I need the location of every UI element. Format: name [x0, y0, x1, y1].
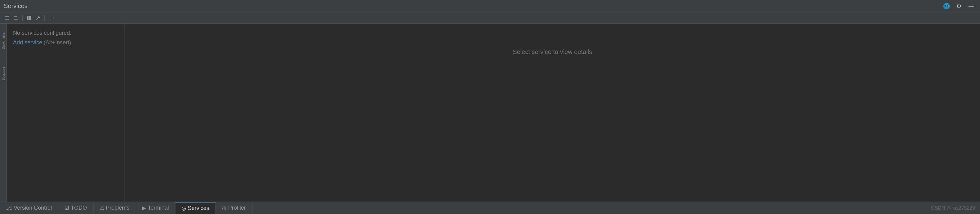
- toolbar-separator-2: [45, 15, 45, 21]
- settings-button[interactable]: ⚙: [954, 1, 964, 11]
- structure-side-label[interactable]: Structure: [1, 64, 6, 83]
- group-by-button[interactable]: [24, 14, 33, 22]
- services-detail-pane: Select service to view details: [125, 24, 980, 201]
- add-service-hint: (Alt+Insert): [44, 40, 72, 46]
- tab-terminal[interactable]: ▶ Terminal: [136, 202, 175, 214]
- tab-profiler-label: Profiler: [228, 205, 246, 211]
- tab-services[interactable]: ◎ Services: [175, 202, 216, 214]
- globe-button[interactable]: 🌐: [942, 1, 951, 11]
- problems-icon: ⚠: [100, 205, 104, 211]
- terminal-icon: ▶: [142, 205, 146, 211]
- svg-rect-8: [27, 18, 29, 20]
- pin-icon: [36, 16, 41, 21]
- version-control-icon: ⎇: [6, 205, 12, 211]
- toolbar: [0, 13, 980, 24]
- title-bar-right: 🌐 ⚙ —: [942, 1, 976, 11]
- svg-rect-0: [5, 16, 9, 17]
- expand-all-button[interactable]: [12, 14, 21, 22]
- collapse-all-icon: [4, 16, 9, 21]
- todo-icon: ☑: [65, 205, 69, 211]
- title-bar-left: Services: [4, 3, 28, 10]
- gear-icon: ⚙: [956, 3, 961, 10]
- status-bar: ⎇ Version Control ☑ TODO ⚠ Problems ▶ Te…: [0, 201, 980, 214]
- minimize-icon: —: [969, 3, 974, 9]
- tab-profiler[interactable]: ◷ Profiler: [216, 202, 253, 214]
- collapse-all-button[interactable]: [3, 14, 11, 22]
- add-icon: [48, 16, 53, 21]
- tab-services-label: Services: [188, 205, 209, 211]
- select-service-text: Select service to view details: [513, 48, 592, 55]
- status-tabs: ⎇ Version Control ☑ TODO ⚠ Problems ▶ Te…: [0, 202, 253, 214]
- tab-version-control[interactable]: ⎇ Version Control: [0, 202, 58, 214]
- status-bar-right-text: CSDN @ros275229: [931, 205, 980, 211]
- no-services-text: No services configured.: [13, 30, 118, 36]
- svg-rect-12: [49, 18, 53, 18]
- minimize-button[interactable]: —: [966, 1, 976, 11]
- svg-rect-6: [27, 16, 29, 18]
- tab-terminal-label: Terminal: [148, 205, 169, 211]
- tab-problems[interactable]: ⚠ Problems: [94, 202, 136, 214]
- svg-line-10: [36, 19, 38, 20]
- add-service-link[interactable]: Add service: [13, 40, 42, 46]
- services-icon: ◎: [181, 205, 186, 211]
- svg-rect-4: [14, 18, 18, 18]
- svg-rect-7: [29, 16, 31, 18]
- bookmarks-side-label[interactable]: Bookmarks: [1, 30, 6, 52]
- svg-rect-2: [5, 19, 9, 19]
- profiler-icon: ◷: [222, 205, 226, 211]
- group-by-icon: [26, 16, 31, 21]
- title-bar: Services 🌐 ⚙ —: [0, 0, 980, 13]
- toolbar-separator-1: [22, 15, 23, 21]
- add-service-line: Add service (Alt+Insert): [13, 40, 118, 46]
- tab-problems-label: Problems: [106, 205, 129, 211]
- title-bar-title: Services: [4, 3, 28, 10]
- main-area: Bookmarks Structure No services configur…: [0, 24, 980, 201]
- services-list-pane: No services configured. Add service (Alt…: [7, 24, 125, 201]
- expand-all-icon: [14, 16, 19, 21]
- side-panel: Bookmarks Structure: [0, 24, 7, 201]
- globe-icon: 🌐: [943, 3, 950, 10]
- tab-version-control-label: Version Control: [14, 205, 52, 211]
- svg-rect-9: [29, 18, 31, 20]
- tab-todo[interactable]: ☑ TODO: [58, 202, 94, 214]
- svg-rect-5: [14, 19, 18, 19]
- tab-todo-label: TODO: [71, 205, 87, 211]
- svg-rect-3: [14, 16, 17, 17]
- svg-rect-1: [5, 18, 9, 18]
- pin-tab-button[interactable]: [34, 14, 43, 22]
- add-service-button[interactable]: [46, 14, 55, 22]
